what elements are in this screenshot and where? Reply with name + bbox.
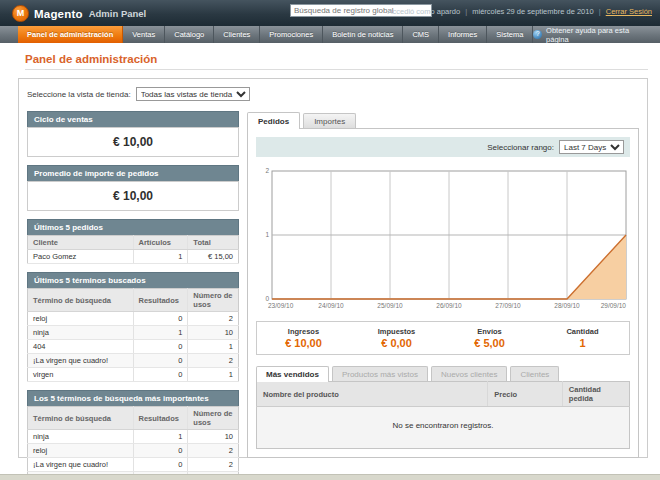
subtab-m-s-vendidos[interactable]: Más vendidos	[256, 366, 329, 382]
main-nav: Panel de administraciónVentasCatálogoCli…	[0, 26, 660, 43]
table-cell: 1	[188, 340, 239, 354]
table-row[interactable]: ¡La virgen que cuadro!02	[28, 354, 239, 368]
total-value: € 10,00	[257, 337, 350, 349]
table-cell: 2	[188, 444, 239, 458]
logged-in-as: Accedió como apardo	[388, 7, 461, 16]
table-cell: Paco Gomez	[28, 250, 134, 264]
store-view-select[interactable]: Todas las vistas de tienda	[136, 87, 250, 101]
total-label: Cantidad	[536, 327, 629, 336]
separator: |	[599, 7, 601, 16]
card-title: Últimos 5 términos buscados	[27, 272, 239, 288]
store-view-label: Seleccione la vista de tienda:	[27, 90, 131, 99]
svg-text:28/09/10: 28/09/10	[554, 302, 580, 309]
range-select[interactable]: Last 7 Days	[559, 140, 624, 154]
total-cell: Envíos€ 5,00	[443, 327, 536, 349]
nav-item[interactable]: Ventas	[123, 26, 165, 43]
table-cell: 404	[28, 472, 134, 475]
nav-item[interactable]: Catálogo	[165, 26, 214, 43]
svg-text:29/09/10: 29/09/10	[601, 302, 627, 309]
total-label: Ingresos	[257, 327, 350, 336]
svg-text:0: 0	[265, 295, 269, 302]
table-cell: 10	[188, 326, 239, 340]
logout-link[interactable]: Cerrar Sesión	[606, 7, 652, 16]
store-view-switcher: Seleccione la vista de tienda: Todas las…	[27, 87, 639, 101]
table-row[interactable]: ninja110	[28, 326, 239, 340]
dashboard-container: Seleccione la vista de tienda: Todas las…	[18, 78, 648, 458]
data-table: Término de búsquedaResultadosNúmero de u…	[27, 288, 239, 382]
total-label: Envíos	[443, 327, 536, 336]
nav-item[interactable]: CMS	[403, 26, 439, 43]
table-cell: 404	[28, 340, 134, 354]
subtab-nuevos-clientes: Nuevos clientes	[431, 366, 507, 382]
table-cell: ¡La virgen que cuadro!	[28, 354, 134, 368]
tab-importes[interactable]: Importes	[303, 113, 356, 129]
last-search-table-slot: Término de búsquedaResultadosNúmero de u…	[27, 288, 239, 382]
table-cell: 2	[188, 354, 239, 368]
tab-pedidos[interactable]: Pedidos	[247, 112, 300, 129]
card-title: Los 5 términos de búsqueda más important…	[27, 390, 239, 406]
column-header: Número de usos	[188, 407, 239, 430]
last-orders-table-slot: ClienteArtículosTotalPaco Gomez1€ 15,00	[27, 235, 239, 264]
table-cell: reloj	[28, 444, 134, 458]
lifetime-sales-card: Ciclo de ventas € 10,00	[27, 111, 239, 157]
table-cell: 10	[188, 430, 239, 444]
table-row[interactable]: Paco Gomez1€ 15,00	[28, 250, 239, 264]
magento-logo: M Magento Admin Panel	[12, 5, 146, 22]
column-header: Resultados	[133, 407, 188, 430]
table-row[interactable]: virgen01	[28, 368, 239, 382]
table-row[interactable]: 40401	[28, 340, 239, 354]
nav-item[interactable]: Clientes	[214, 26, 260, 43]
table-cell: 0	[133, 312, 188, 326]
table-row[interactable]: 40401	[28, 472, 239, 475]
svg-text:1: 1	[265, 231, 269, 238]
data-table: Término de búsquedaResultadosNúmero de u…	[27, 406, 239, 474]
current-date: miércoles 29 de septiembre de 2010	[472, 7, 593, 16]
total-cell: Cantidad1	[536, 327, 629, 349]
table-row[interactable]: ninja110	[28, 430, 239, 444]
table-cell: ninja	[28, 430, 134, 444]
table-header-row: ClienteArtículosTotal	[28, 236, 239, 250]
table-header-row: Término de búsquedaResultadosNúmero de u…	[28, 289, 239, 312]
page-body: Panel de administración Seleccione la vi…	[0, 43, 660, 474]
table-cell: 2	[188, 458, 239, 472]
nav-item[interactable]: Boletín de noticias	[323, 26, 403, 43]
total-value: € 5,00	[443, 337, 536, 349]
totals-bar: Ingresos€ 10,00Impuestos€ 0,00Envíos€ 5,…	[256, 321, 630, 355]
bottom-tabs: Más vendidosProductos más vistosNuevos c…	[256, 365, 630, 381]
magento-logo-icon: M	[12, 5, 29, 22]
table-cell: 1	[133, 326, 188, 340]
last-orders-card: Últimos 5 pedidos ClienteArtículosTotalP…	[27, 219, 239, 264]
svg-text:2: 2	[265, 167, 269, 174]
column-header: Artículos	[133, 236, 188, 250]
help-link[interactable]: ? Obtener ayuda para esta página	[533, 26, 660, 43]
nav-item[interactable]: Promociones	[260, 26, 323, 43]
nav-item[interactable]: Panel de administración	[18, 26, 123, 43]
column-header: Resultados	[133, 289, 188, 312]
svg-text:27/09/10: 27/09/10	[495, 302, 521, 309]
table-cell: ¡La virgen que cuadro!	[28, 458, 134, 472]
average-orders-card: Promedio de importe de pedidos € 10,00	[27, 165, 239, 211]
title-divider	[25, 69, 648, 70]
card-title: Últimos 5 pedidos	[27, 219, 239, 235]
page-title: Panel de administración	[25, 53, 660, 65]
logo-text: Magento	[34, 8, 83, 20]
subtab-clientes: Clientes	[510, 366, 559, 382]
table-cell: 0	[133, 444, 188, 458]
table-cell: 1	[188, 472, 239, 475]
table-cell: reloj	[28, 312, 134, 326]
table-row[interactable]: reloj02	[28, 444, 239, 458]
orders-area-chart: 01223/09/1024/09/1025/09/1026/09/1027/09…	[256, 163, 632, 313]
table-cell: 0	[133, 458, 188, 472]
app-header: M Magento Admin Panel Accedió como apard…	[0, 0, 660, 26]
table-row[interactable]: ¡La virgen que cuadro!02	[28, 458, 239, 472]
total-cell: Ingresos€ 10,00	[257, 327, 350, 349]
table-row[interactable]: reloj02	[28, 312, 239, 326]
data-table: ClienteArtículosTotalPaco Gomez1€ 15,00	[27, 235, 239, 264]
svg-text:24/09/10: 24/09/10	[318, 302, 344, 309]
nav-item[interactable]: Informes	[439, 26, 487, 43]
card-title: Promedio de importe de pedidos	[27, 165, 239, 181]
nav-item[interactable]: Sistema	[487, 26, 533, 43]
dashboard-left-column: Ciclo de ventas € 10,00 Promedio de impo…	[27, 111, 239, 474]
table-cell: € 15,00	[188, 250, 239, 264]
logo-suffix: Admin Panel	[89, 8, 147, 19]
